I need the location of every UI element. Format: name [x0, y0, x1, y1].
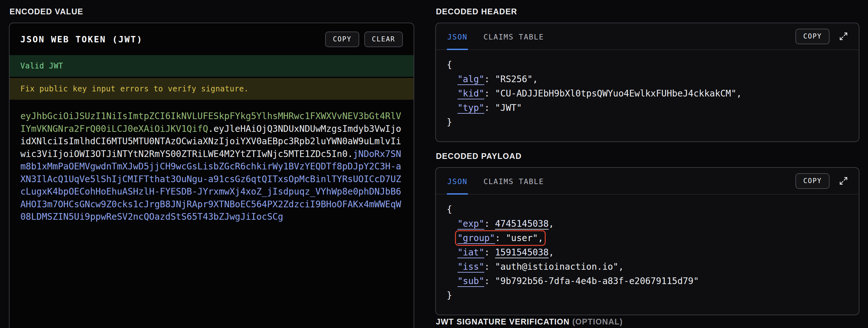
copy-payload-button[interactable]: COPY [796, 173, 830, 189]
decoded-payload-section-title: DECODED PAYLOAD [436, 152, 860, 161]
copy-header-button[interactable]: COPY [796, 29, 830, 44]
claim: "kid": "CU-ADJJEbH9bXl0tpsQWYuo4EwlkxFUH… [458, 88, 742, 99]
json-claim-row: "sub": "9b792b56-7dfa-4e4b-a83f-e2067911… [447, 274, 848, 288]
json-value: "CU-ADJJEbH9bXl0tpsQWYuo4EwlkxFUHbeJ4ckk… [495, 88, 737, 99]
jwt-separator-dot: . [347, 149, 353, 159]
tab-claims-table-header[interactable]: CLAIMS TABLE [483, 23, 545, 49]
json-open-brace: { [447, 202, 848, 216]
json-value: "JWT" [495, 102, 522, 113]
json-claim-row: "exp": 4745145038, [447, 216, 848, 231]
signature-optional-label: (OPTIONAL) [572, 317, 623, 326]
json-value: "auth@istioinaction.io" [495, 262, 619, 272]
expand-payload-icon[interactable] [839, 176, 848, 185]
json-value: 1591545038 [495, 247, 549, 258]
encoded-card-header: JSON WEB TOKEN (JWT) COPY CLEAR [9, 23, 414, 55]
claim: "exp": 4745145038, [458, 218, 554, 229]
decoded-header-section-title: DECODED HEADER [436, 7, 860, 16]
decoded-header-tab-row: JSON CLAIMS TABLE COPY [436, 23, 859, 50]
encoded-section: ENCODED VALUE JSON WEB TOKEN (JWT) COPY … [9, 5, 414, 328]
decoded-payload-tab-row: JSON CLAIMS TABLE COPY [436, 168, 859, 195]
signature-title-text: JWT SIGNATURE VERIFICATION [436, 317, 569, 326]
json-key: "exp" [458, 218, 484, 229]
json-close-brace: } [447, 288, 848, 302]
signature-warning-banner: Fix public key input errors to verify si… [9, 78, 414, 100]
json-value: "9b792b56-7dfa-4e4b-a83f-e20679115d79" [495, 276, 699, 286]
json-value: "user" [505, 233, 538, 243]
claim: "typ": "JWT" [458, 102, 522, 113]
encoded-card-actions: COPY CLEAR [325, 32, 403, 47]
claim: "sub": "9b792b56-7dfa-4e4b-a83f-e2067911… [458, 276, 699, 286]
copy-token-button[interactable]: COPY [325, 32, 359, 47]
json-value: "RS256" [495, 74, 533, 84]
claim: "iat": 1591545038, [458, 247, 554, 258]
jwt-separator-dot: . [208, 124, 214, 134]
claim: "alg": "RS256", [458, 74, 538, 84]
claim: "iss": "auth@istioinaction.io", [458, 262, 624, 272]
jwt-debugger-page: { "colors": { "accent_blue": "#4f8df5", … [0, 0, 868, 328]
tab-json-payload[interactable]: JSON [447, 168, 468, 194]
jwt-token-input[interactable]: eyJhbGciOiJSUzI1NiIsImtpZCI6IkNVLUFESkpF… [9, 100, 414, 233]
encoded-card-title: JSON WEB TOKEN (JWT) [20, 34, 143, 44]
decoded-payload-card: JSON CLAIMS TABLE COPY { "exp": 47451450… [435, 167, 860, 315]
decoded-payload-tabs: JSON CLAIMS TABLE [447, 168, 545, 194]
signature-section-title: JWT SIGNATURE VERIFICATION (OPTIONAL) [436, 317, 860, 326]
json-key: "typ" [458, 102, 484, 113]
json-key: "iss" [458, 262, 484, 272]
payload-json: { "exp": 4745145038, "group": "user", "i… [436, 195, 859, 315]
json-claim-row: "alg": "RS256", [447, 72, 848, 86]
json-key: "sub" [458, 276, 484, 286]
json-open-brace: { [447, 58, 848, 72]
decoded-payload-actions: COPY [796, 173, 848, 189]
json-value: 4745145038 [495, 218, 549, 229]
json-claim-row: "group": "user", [447, 231, 848, 245]
highlighted-claim: "group": "user", [458, 233, 544, 243]
encoded-card: JSON WEB TOKEN (JWT) COPY CLEAR Valid JW… [9, 23, 414, 328]
decoded-header-card: JSON CLAIMS TABLE COPY { "alg": "RS256",… [435, 23, 860, 142]
json-claim-row: "kid": "CU-ADJJEbH9bXl0tpsQWYuo4EwlkxFUH… [447, 86, 848, 101]
json-key: "kid" [458, 88, 484, 99]
encoded-section-title: ENCODED VALUE [9, 7, 414, 16]
jwt-signature-segment: jNDoRx7SNm8b1xMmPaOEMVgwdnTmXJwD5jjCH9wc… [20, 149, 401, 222]
clear-token-button[interactable]: CLEAR [364, 32, 403, 47]
valid-jwt-banner: Valid JWT [9, 55, 414, 77]
json-claim-row: "iat": 1591545038, [447, 245, 848, 260]
json-close-brace: } [447, 115, 848, 129]
json-key: "group" [458, 233, 495, 243]
json-key: "iat" [458, 247, 484, 258]
page-layout: ENCODED VALUE JSON WEB TOKEN (JWT) COPY … [0, 0, 868, 328]
json-claim-row: "typ": "JWT" [447, 101, 848, 115]
json-key: "alg" [458, 74, 484, 84]
decoded-header-tabs: JSON CLAIMS TABLE [447, 23, 545, 49]
decoded-section: DECODED HEADER JSON CLAIMS TABLE COPY { … [435, 5, 860, 328]
expand-header-icon[interactable] [839, 32, 848, 41]
header-json: { "alg": "RS256", "kid": "CU-ADJJEbH9bXl… [436, 50, 859, 141]
json-claim-row: "iss": "auth@istioinaction.io", [447, 260, 848, 274]
decoded-header-actions: COPY [796, 29, 848, 44]
tab-json-header[interactable]: JSON [447, 23, 468, 49]
tab-claims-table-payload[interactable]: CLAIMS TABLE [483, 168, 545, 194]
